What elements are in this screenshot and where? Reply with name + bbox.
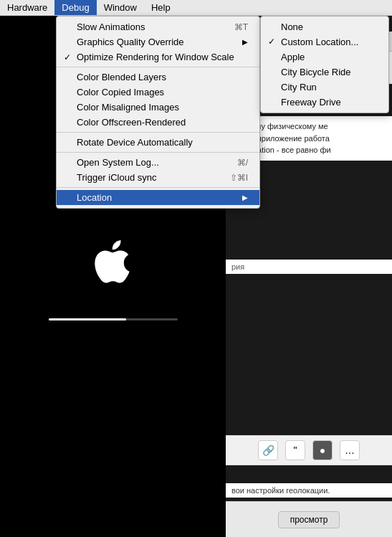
menu-slow-animations[interactable]: Slow Animations ⌘T <box>57 19 259 34</box>
shortcut-label: ⌘T <box>234 22 248 32</box>
menu-debug[interactable]: Debug <box>54 0 96 15</box>
menu-item-label: Rotate Device Automatically <box>77 137 193 148</box>
separator-3 <box>57 152 259 153</box>
menu-item-label: Optimize Rendering for Window Scale <box>77 52 234 62</box>
checkmark-icon: ✓ <box>64 52 71 62</box>
location-label: Custom Location... <box>281 37 358 47</box>
location-label: City Run <box>281 82 317 92</box>
prosmotr-label: просмотр <box>290 515 328 525</box>
toolbar-icons-bar: 🔗 " ● … <box>226 435 392 465</box>
menu-color-offscreen[interactable]: Color Offscreen-Rendered <box>57 115 259 130</box>
shortcut-label: ⇧⌘I <box>230 173 248 183</box>
location-label: Apple <box>281 52 305 62</box>
prosmotr-button[interactable]: просмотр <box>278 511 340 528</box>
location-label: Freeway Drive <box>281 97 341 108</box>
debug-menu: Slow Animations ⌘T Graphics Quality Over… <box>56 16 260 209</box>
link-icon: 🔗 <box>262 445 274 456</box>
menu-item-label: Slow Animations <box>77 22 145 32</box>
bottom-right-text: рия <box>226 260 392 274</box>
menu-window[interactable]: Window <box>97 0 144 15</box>
submenu-arrow-icon: ▶ <box>242 38 248 46</box>
menu-item-label: Color Blended Layers <box>77 72 166 82</box>
circle-icon: ● <box>320 445 325 456</box>
menu-hardware[interactable]: Hardware <box>0 0 54 15</box>
geolocation-text-area: вои настройки геолокации. <box>226 483 392 498</box>
separator-2 <box>57 132 259 133</box>
location-submenu: None ✓ Custom Location... Apple City Bic… <box>260 16 389 113</box>
bottom-prosmotr-bar: просмотр <box>226 501 392 537</box>
location-label: City Bicycle Ride <box>281 67 351 77</box>
circle-icon-btn[interactable]: ● <box>312 440 333 460</box>
menu-trigger-icloud[interactable]: Trigger iCloud sync ⇧⌘I <box>57 170 259 185</box>
menu-optimize-rendering[interactable]: ✓ Optimize Rendering for Window Scale <box>57 49 259 65</box>
menu-graphics-quality[interactable]: Graphics Quality Override ▶ <box>57 34 259 49</box>
menu-help[interactable]: Help <box>144 0 178 15</box>
menu-item-label: Color Misaligned Images <box>77 102 179 113</box>
menu-item-label: Graphics Quality Override <box>77 37 184 47</box>
menu-color-blended[interactable]: Color Blended Layers <box>57 70 259 85</box>
quote-icon-btn[interactable]: " <box>285 440 305 460</box>
separator-4 <box>57 187 259 188</box>
menu-color-copied[interactable]: Color Copied Images <box>57 85 259 100</box>
riya-text: рия <box>231 262 244 271</box>
menu-item-label: Trigger iCloud sync <box>77 172 157 183</box>
separator-1 <box>57 67 259 67</box>
submenu-arrow-icon: ▶ <box>242 194 248 201</box>
menu-item-label: Location <box>77 192 112 203</box>
menu-open-system-log[interactable]: Open System Log... ⌘/ <box>57 155 259 170</box>
location-freeway[interactable]: Freeway Drive <box>261 95 388 110</box>
link-icon-btn[interactable]: 🔗 <box>258 440 278 460</box>
location-custom[interactable]: ✓ Custom Location... <box>261 34 388 49</box>
menu-bar: Hardware Debug Window Help <box>0 0 392 16</box>
checkmark-icon: ✓ <box>268 37 275 47</box>
progress-fill <box>49 318 126 320</box>
menu-color-misaligned[interactable]: Color Misaligned Images <box>57 100 259 115</box>
ellipsis-icon: … <box>345 445 355 456</box>
location-none[interactable]: None <box>261 19 388 34</box>
quote-icon: " <box>294 445 297 456</box>
shortcut-label: ⌘/ <box>237 158 248 168</box>
geolocation-text: вои настройки геолокации. <box>231 486 330 495</box>
menu-item-label: Color Copied Images <box>77 87 164 98</box>
location-bicycle[interactable]: City Bicycle Ride <box>261 65 388 80</box>
menu-rotate-device[interactable]: Rotate Device Automatically <box>57 135 259 150</box>
progress-bar <box>49 318 178 320</box>
more-icon-btn[interactable]: … <box>340 440 360 460</box>
location-apple[interactable]: Apple <box>261 49 388 65</box>
location-run[interactable]: City Run <box>261 80 388 95</box>
menu-item-label: Color Offscreen-Rendered <box>77 117 186 128</box>
location-label: None <box>281 22 303 32</box>
menu-location[interactable]: Location ▶ <box>57 190 259 205</box>
menu-item-label: Open System Log... <box>77 157 159 168</box>
apple-logo-icon <box>85 232 142 290</box>
